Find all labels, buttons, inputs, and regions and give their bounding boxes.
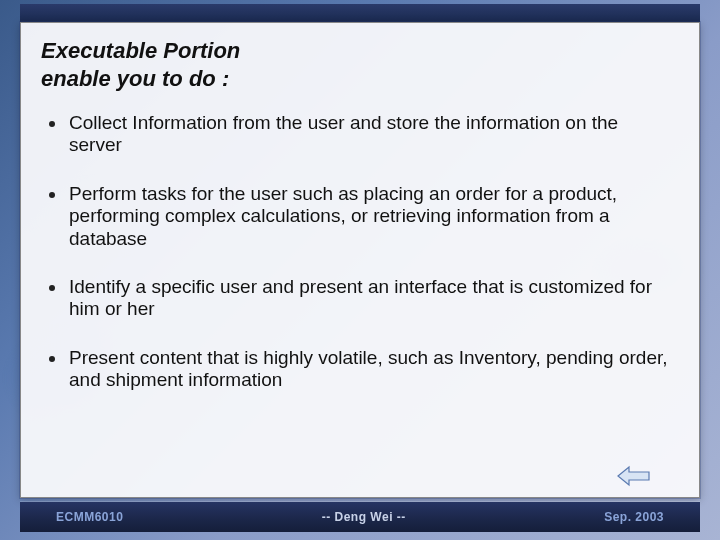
bullet-icon <box>49 356 55 362</box>
bullet-icon <box>49 285 55 291</box>
bullet-text: Collect Information from the user and st… <box>69 112 671 157</box>
back-arrow-button[interactable] <box>617 465 651 487</box>
footer-bar: ECMM6010 -- Deng Wei -- Sep. 2003 <box>20 502 700 532</box>
bullet-text: Present content that is highly volatile,… <box>69 347 671 392</box>
bullet-icon <box>49 192 55 198</box>
bullet-text: Identify a specific user and present an … <box>69 276 671 321</box>
slide-body: Collect Information from the user and st… <box>21 100 699 392</box>
list-item: Identify a specific user and present an … <box>49 276 671 321</box>
bullet-icon <box>49 121 55 127</box>
title-line-1: Executable Portion <box>41 38 240 63</box>
arrow-left-icon <box>617 465 651 487</box>
footer-author: -- Deng Wei -- <box>322 510 406 524</box>
list-item: Present content that is highly volatile,… <box>49 347 671 392</box>
footer-course: ECMM6010 <box>56 510 123 524</box>
bullet-text: Perform tasks for the user such as placi… <box>69 183 671 250</box>
list-item: Collect Information from the user and st… <box>49 112 671 157</box>
slide-frame: Executable Portion enable you to do : Co… <box>20 22 700 498</box>
footer-date: Sep. 2003 <box>604 510 664 524</box>
top-decorative-bar <box>20 4 700 22</box>
slide-title: Executable Portion enable you to do : <box>21 23 699 100</box>
title-line-2: enable you to do : <box>41 66 229 91</box>
list-item: Perform tasks for the user such as placi… <box>49 183 671 250</box>
